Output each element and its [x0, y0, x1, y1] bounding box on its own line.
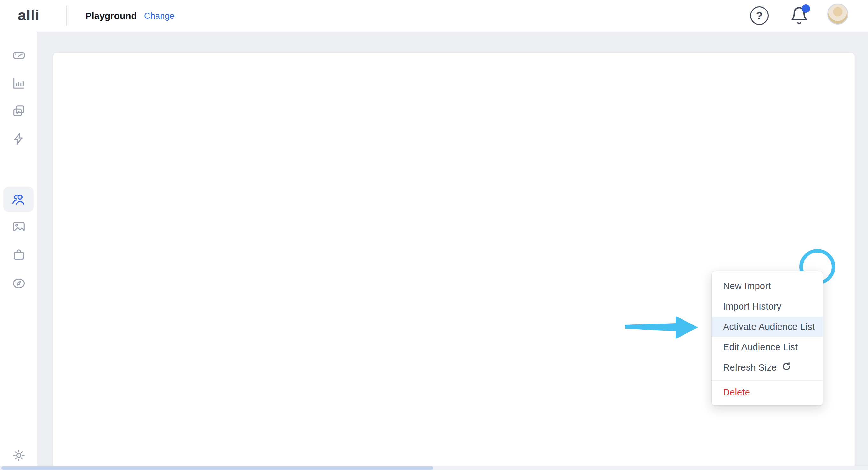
sidebar-item-audiences[interactable] [3, 187, 34, 212]
discover-icon [11, 276, 26, 292]
topbar: alli Playground Change ? [0, 0, 868, 32]
sidebar-item-creative[interactable] [4, 214, 33, 240]
menu-item-new-import[interactable]: New Import [712, 276, 823, 296]
analytics-icon [11, 76, 26, 92]
topbar-divider [66, 6, 67, 26]
sidebar-item-analytics[interactable] [4, 71, 33, 97]
shopping-bag-icon [11, 247, 26, 263]
projects-icon [11, 103, 26, 120]
horizontal-scrollbar [0, 466, 868, 470]
change-workspace-link[interactable]: Change [144, 0, 175, 32]
annotation-arrow [625, 311, 700, 345]
help-icon[interactable]: ? [750, 6, 769, 25]
sidebar-item-discover[interactable] [4, 271, 33, 297]
settings-icon [11, 448, 26, 464]
sidebar-item-dashboard[interactable] [4, 43, 33, 68]
sidebar-item-automation[interactable] [4, 127, 33, 152]
menu-item-delete[interactable]: Delete [712, 380, 823, 404]
menu-item-activate-audience-list[interactable]: Activate Audience List [712, 316, 823, 337]
sidebar-item-settings[interactable] [4, 443, 33, 469]
menu-item-refresh-size[interactable]: Refresh Size [712, 357, 823, 378]
dashboard-icon [11, 48, 26, 64]
workspace-name: Playground [85, 0, 137, 32]
audiences-icon [11, 191, 26, 207]
notification-badge [802, 4, 810, 13]
sidebar [0, 32, 38, 470]
menu-item-edit-audience-list[interactable]: Edit Audience List [712, 337, 823, 357]
sidebar-item-shopping[interactable] [4, 243, 33, 268]
refresh-icon [782, 362, 791, 373]
automation-icon [11, 132, 26, 147]
app-window: alli Playground Change ? [0, 0, 868, 470]
user-avatar[interactable] [827, 3, 848, 25]
menu-item-import-history[interactable]: Import History [712, 296, 823, 316]
audiences-card [53, 53, 855, 470]
sidebar-item-projects[interactable] [4, 99, 33, 124]
alli-logo: alli [18, 0, 39, 32]
row-actions-context-menu: New Import Import History Activate Audie… [712, 271, 823, 405]
scrollbar-thumb[interactable] [1, 467, 433, 470]
creative-icon [11, 220, 26, 235]
